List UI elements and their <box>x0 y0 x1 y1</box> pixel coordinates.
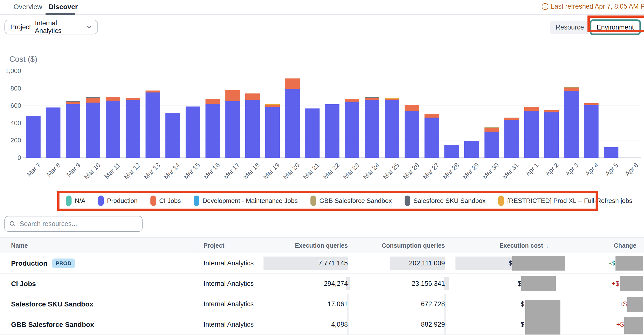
bar-mar-26 <box>404 105 419 158</box>
column-header-execution-queries[interactable]: Execution queries <box>244 238 348 253</box>
bar-mar-15 <box>186 107 200 158</box>
bar-segment <box>226 90 240 101</box>
consumption-queries-cell: 882,929 <box>342 314 445 335</box>
bar-segment <box>524 107 539 111</box>
x-tick-label: Mar 25 <box>381 161 401 181</box>
execution-queries-cell: 4,088 <box>244 314 348 335</box>
bar-mar-20 <box>285 79 300 158</box>
bar-segment <box>365 98 379 100</box>
bar-segment <box>504 118 519 120</box>
bar-segment <box>404 111 419 158</box>
bar-segment <box>325 104 340 158</box>
bar-mar-12 <box>126 98 140 158</box>
resource-name: Salesforce SKU Sandbox <box>11 300 94 308</box>
resources-table: NameProjectExecution queriesConsumption … <box>0 237 644 335</box>
legend-item-ci-jobs[interactable]: CI Jobs <box>150 196 181 206</box>
x-tick-label: Mar 22 <box>322 161 341 181</box>
legend-label: GBB Salesforce Sandbox <box>319 197 392 205</box>
group-by-environment-button[interactable]: Environment <box>591 21 640 34</box>
bar-segment <box>584 105 598 158</box>
bar-segment <box>106 101 120 158</box>
x-tick-label: Mar 9 <box>65 161 82 178</box>
execution-cost-prefix: $ <box>498 253 512 273</box>
column-header-change[interactable]: Change <box>533 238 636 253</box>
redacted-value-box <box>627 297 643 312</box>
bar-segment <box>285 89 300 158</box>
bar-segment <box>305 109 320 158</box>
legend-item-salesforce-sku-sandbox[interactable]: Salesforce SKU Sandbox <box>404 196 486 206</box>
bar-mar-14 <box>166 113 180 158</box>
bar-apr-5 <box>604 147 618 158</box>
legend-item-gbb-salesforce-sandbox[interactable]: GBB Salesforce Sandbox <box>310 196 392 206</box>
bar-segment <box>504 120 519 158</box>
bar-mar-7 <box>26 116 40 158</box>
bar-segment <box>365 100 379 158</box>
y-tick-label: 200 <box>2 137 21 144</box>
redacted-value-box <box>620 276 643 291</box>
bar-mar-28 <box>444 145 459 158</box>
execution-queries-cell: 294,274 <box>244 273 348 294</box>
column-header-name[interactable]: Name <box>11 238 28 253</box>
legend-label: CI Jobs <box>159 197 181 205</box>
legend-item-development-maintenance-jobs[interactable]: Development - Maintenance Jobs <box>194 196 298 206</box>
group-by-resource-button[interactable]: Resource <box>550 21 590 34</box>
bar-segment <box>345 102 359 158</box>
project-dropdown-value: Internal Analytics <box>35 20 82 35</box>
bar-segment <box>385 100 399 158</box>
redacted-value-box <box>525 300 560 334</box>
x-tick-label: Apr 5 <box>604 161 620 178</box>
redacted-value-box <box>521 276 556 291</box>
project-dropdown[interactable]: Project Internal Analytics <box>4 20 98 35</box>
x-tick-label: Mar 14 <box>162 161 182 181</box>
bar-segment <box>404 105 419 111</box>
consumption-queries-cell: 23,156,341 <box>342 273 445 294</box>
bar-mar-24 <box>365 97 379 158</box>
legend-item-n-a[interactable]: N/A <box>66 196 85 206</box>
x-tick-label: Apr 2 <box>544 161 560 178</box>
bar-segment <box>245 94 260 100</box>
bar-segment <box>206 99 220 104</box>
x-tick-label: Apr 3 <box>564 161 580 178</box>
legend-label: Production <box>107 197 138 205</box>
bar-segment <box>424 118 439 158</box>
legend-swatch <box>194 196 199 206</box>
legend-item--restricted-prod-xl-full-refresh-jobs[interactable]: [RESTRICTED] Prod XL -- Full-Refresh job… <box>498 196 632 206</box>
x-tick-label: Mar 24 <box>361 161 381 181</box>
search-input[interactable] <box>20 220 138 228</box>
bar-segment <box>544 110 559 112</box>
column-header-project[interactable]: Project <box>204 238 224 253</box>
bar-apr-2 <box>544 110 559 158</box>
bar-mar-18 <box>245 94 260 158</box>
search-box <box>4 216 142 232</box>
x-tick-label: Apr 4 <box>584 161 600 178</box>
column-header-consumption-queries[interactable]: Consumption queries <box>342 238 445 253</box>
bar-segment <box>106 97 120 101</box>
bar-segment <box>46 108 60 158</box>
legend-item-production[interactable]: Production <box>98 196 138 206</box>
bar-segment <box>126 98 140 100</box>
bar-segment <box>285 79 300 89</box>
warning-circle-icon: ! <box>542 3 548 10</box>
tab-overview[interactable]: Overview <box>14 3 42 11</box>
bar-apr-1 <box>524 107 539 158</box>
bar-segment <box>524 111 539 158</box>
x-tick-label: Mar 27 <box>421 161 441 181</box>
tab-discover[interactable]: Discover <box>49 3 78 11</box>
execution-queries-cell: 17,061 <box>244 294 348 314</box>
prod-badge: PROD <box>52 258 76 268</box>
bar-mar-9 <box>66 101 80 158</box>
x-tick-label: Mar 7 <box>25 161 42 178</box>
legend-swatch <box>404 196 410 206</box>
x-tick-label: Mar 11 <box>103 161 122 181</box>
chevron-down-icon <box>87 25 92 29</box>
bar-mar-17 <box>226 90 240 158</box>
resource-name: Production <box>11 259 48 267</box>
legend-label: Salesforce SKU Sandbox <box>414 197 486 205</box>
y-tick-label: 400 <box>2 119 21 127</box>
bar-segment <box>464 141 479 158</box>
bar-segment <box>245 100 260 158</box>
legend-swatch <box>98 196 104 206</box>
bar-mar-19 <box>265 104 280 158</box>
bar-segment <box>484 132 499 158</box>
bar-segment <box>206 104 220 158</box>
